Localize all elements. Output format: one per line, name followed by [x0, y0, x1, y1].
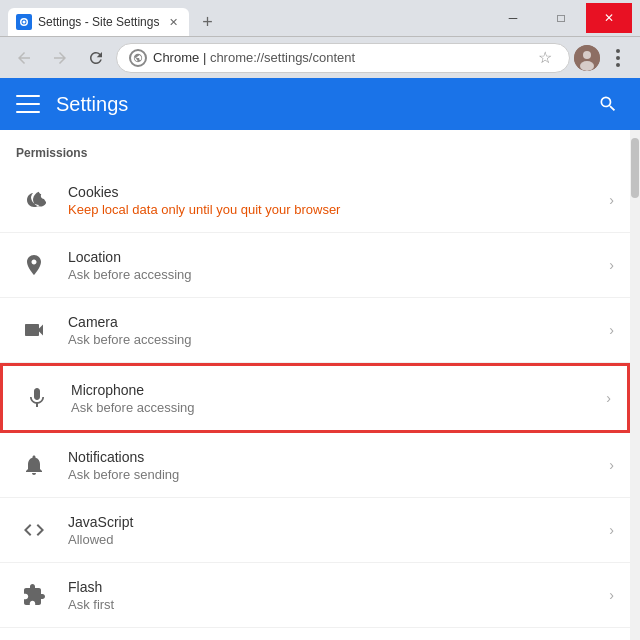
notifications-icon: [16, 447, 52, 483]
permissions-label: Permissions: [0, 130, 630, 168]
reload-button[interactable]: [80, 42, 112, 74]
tab-favicon: [16, 14, 32, 30]
camera-setting[interactable]: Camera Ask before accessing ›: [0, 298, 630, 363]
javascript-text: JavaScript Allowed: [68, 514, 609, 547]
microphone-icon: [19, 380, 55, 416]
tab-area: Settings - Site Settings ✕ +: [8, 0, 486, 36]
active-tab[interactable]: Settings - Site Settings ✕: [8, 8, 189, 36]
address-bar[interactable]: Chrome | chrome://settings/content ☆: [116, 43, 570, 73]
notifications-setting[interactable]: Notifications Ask before sending ›: [0, 433, 630, 498]
flash-chevron: ›: [609, 587, 614, 603]
close-tab-button[interactable]: ✕: [165, 14, 181, 30]
svg-point-3: [580, 61, 594, 71]
url-separator: |: [203, 50, 210, 65]
new-tab-button[interactable]: +: [193, 8, 221, 36]
location-text: Location Ask before accessing: [68, 249, 609, 282]
profile-avatar[interactable]: [574, 45, 600, 71]
camera-subtitle: Ask before accessing: [68, 332, 609, 347]
main-content: Permissions Cookies Keep local data only…: [0, 130, 630, 640]
scrollbar-thumb[interactable]: [631, 138, 639, 198]
location-subtitle: Ask before accessing: [68, 267, 609, 282]
flash-subtitle: Ask first: [68, 597, 609, 612]
address-text: Chrome | chrome://settings/content: [153, 50, 527, 65]
notifications-title: Notifications: [68, 449, 609, 465]
settings-search-button[interactable]: [592, 88, 624, 120]
microphone-chevron: ›: [606, 390, 611, 406]
cookies-setting[interactable]: Cookies Keep local data only until you q…: [0, 168, 630, 233]
location-title: Location: [68, 249, 609, 265]
javascript-icon: [16, 512, 52, 548]
flash-icon: [16, 577, 52, 613]
notifications-text: Notifications Ask before sending: [68, 449, 609, 482]
camera-title: Camera: [68, 314, 609, 330]
menu-dot: [616, 56, 620, 60]
scrollbar[interactable]: [630, 130, 640, 640]
browser-label: Chrome: [153, 50, 199, 65]
bookmark-button[interactable]: ☆: [533, 46, 557, 70]
microphone-setting[interactable]: Microphone Ask before accessing ›: [0, 363, 630, 433]
nav-bar: Chrome | chrome://settings/content ☆: [0, 36, 640, 78]
back-button[interactable]: [8, 42, 40, 74]
javascript-title: JavaScript: [68, 514, 609, 530]
forward-button[interactable]: [44, 42, 76, 74]
close-button[interactable]: ✕: [586, 3, 632, 33]
location-setting[interactable]: Location Ask before accessing ›: [0, 233, 630, 298]
svg-point-0: [23, 21, 26, 24]
menu-dot: [616, 63, 620, 67]
hamburger-line: [16, 103, 40, 105]
microphone-subtitle: Ask before accessing: [71, 400, 606, 415]
microphone-text: Microphone Ask before accessing: [71, 382, 606, 415]
notifications-chevron: ›: [609, 457, 614, 473]
flash-setting[interactable]: Flash Ask first ›: [0, 563, 630, 628]
maximize-button[interactable]: □: [538, 3, 584, 33]
tab-title: Settings - Site Settings: [38, 15, 159, 29]
flash-title: Flash: [68, 579, 609, 595]
cookies-subtitle: Keep local data only until you quit your…: [68, 202, 609, 217]
content-area: Permissions Cookies Keep local data only…: [0, 130, 640, 640]
hamburger-line: [16, 111, 40, 113]
url-text: chrome://settings/content: [210, 50, 355, 65]
notifications-subtitle: Ask before sending: [68, 467, 609, 482]
browser-window: Settings - Site Settings ✕ + ─ □ ✕ Chrom…: [0, 0, 640, 640]
settings-header: Settings: [0, 78, 640, 130]
location-icon: [16, 247, 52, 283]
settings-page-title: Settings: [56, 93, 592, 116]
title-bar: Settings - Site Settings ✕ + ─ □ ✕: [0, 0, 640, 36]
minimize-button[interactable]: ─: [490, 3, 536, 33]
svg-point-2: [583, 51, 591, 59]
location-chevron: ›: [609, 257, 614, 273]
hamburger-menu-button[interactable]: [16, 95, 40, 113]
javascript-chevron: ›: [609, 522, 614, 538]
cookies-title: Cookies: [68, 184, 609, 200]
camera-text: Camera Ask before accessing: [68, 314, 609, 347]
microphone-title: Microphone: [71, 382, 606, 398]
camera-chevron: ›: [609, 322, 614, 338]
menu-dot: [616, 49, 620, 53]
chrome-menu-button[interactable]: [604, 44, 632, 72]
flash-text: Flash Ask first: [68, 579, 609, 612]
javascript-setting[interactable]: JavaScript Allowed ›: [0, 498, 630, 563]
cookies-text: Cookies Keep local data only until you q…: [68, 184, 609, 217]
cookies-chevron: ›: [609, 192, 614, 208]
javascript-subtitle: Allowed: [68, 532, 609, 547]
security-icon: [129, 49, 147, 67]
window-controls: ─ □ ✕: [490, 3, 632, 33]
hamburger-line: [16, 95, 40, 97]
cookie-icon: [16, 182, 52, 218]
camera-icon: [16, 312, 52, 348]
